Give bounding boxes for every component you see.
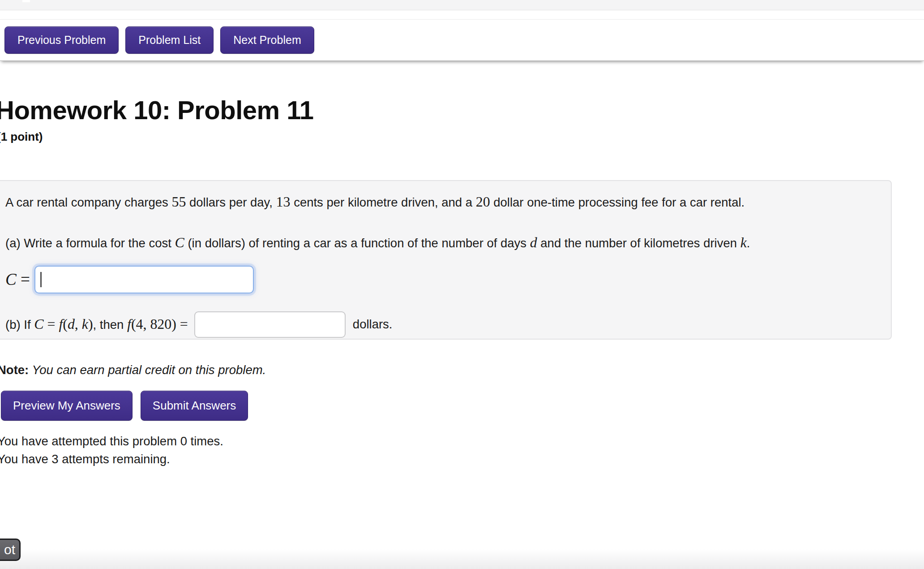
part-b-prompt: (b) If C = f(d, k), then f(4, 820) = (5, 316, 188, 332)
preview-answers-button[interactable]: Preview My Answers (1, 391, 133, 421)
part-b-suffix: dollars. (353, 317, 393, 332)
note-text: You can earn partial credit on this prob… (29, 363, 266, 377)
screenshot-overlay-button[interactable]: ot (0, 539, 21, 561)
part-a-prompt: (a) Write a formula for the cost C (in d… (5, 233, 873, 252)
problem-intro-text: A car rental company charges 55 dollars … (5, 193, 873, 211)
top-gap (0, 10, 924, 19)
next-problem-button[interactable]: Next Problem (220, 26, 314, 54)
attempt-status: You have attempted this problem 0 times.… (0, 432, 924, 468)
problem-statement-box: A car rental company charges 55 dollars … (0, 180, 892, 340)
page-title: Homework 10: Problem 11 (0, 96, 924, 125)
part-b-answer-input[interactable] (194, 311, 346, 338)
problem-list-button[interactable]: Problem List (125, 26, 214, 54)
answer-actions: Preview My Answers Submit Answers (1, 391, 924, 421)
part-a-answer-row: C = (5, 266, 873, 293)
chrome-notch (22, 0, 30, 2)
part-a-answer-input[interactable] (34, 266, 254, 293)
main-content: Homework 10: Problem 11 (1 point) A car … (0, 96, 924, 468)
bottom-gradient (0, 549, 924, 569)
part-b-answer-row: (b) If C = f(d, k), then f(4, 820) = dol… (5, 311, 873, 338)
part-a-input-wrap (34, 266, 254, 293)
submit-answers-button[interactable]: Submit Answers (141, 391, 248, 421)
problem-nav-bar: Previous Problem Problem List Next Probl… (0, 19, 924, 61)
part-a-answer-label: C = (5, 270, 30, 289)
attempts-made-text: You have attempted this problem 0 times. (0, 432, 924, 450)
note-label: Note: (0, 363, 29, 377)
text-cursor (40, 272, 42, 287)
points-label: (1 point) (0, 130, 924, 144)
partial-credit-note: Note: You can earn partial credit on thi… (0, 363, 924, 377)
browser-chrome-strip (0, 0, 924, 10)
previous-problem-button[interactable]: Previous Problem (4, 26, 119, 54)
attempts-remaining-text: You have 3 attempts remaining. (0, 450, 924, 468)
